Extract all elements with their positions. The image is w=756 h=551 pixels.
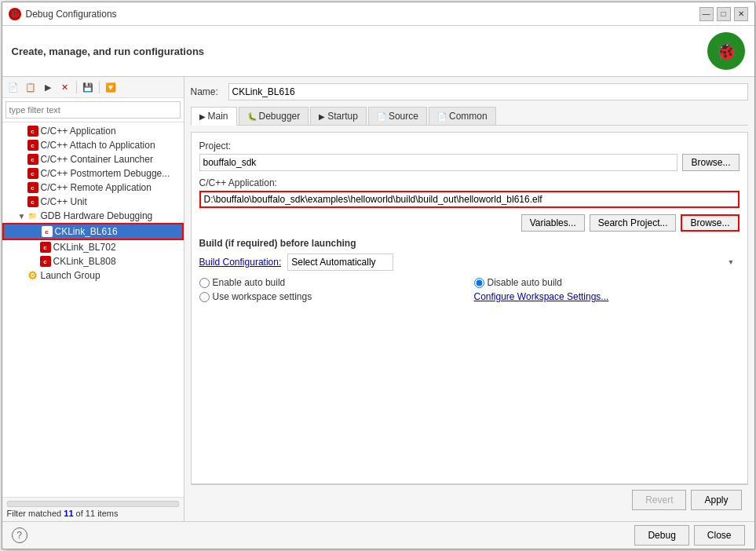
tabs-container: ▶ Main 🐛 Debugger ▶ Startup 📄 Source 📄 [191, 107, 748, 126]
left-footer: Filter matched 11 of 11 items [2, 497, 184, 521]
tab-common[interactable]: 📄 Common [429, 107, 496, 125]
run-config-button[interactable]: ▶ [40, 79, 56, 95]
apply-button[interactable]: Apply [691, 490, 741, 510]
help-icon[interactable]: ? [12, 527, 27, 543]
new-config-button[interactable]: 📄 [5, 79, 21, 95]
cklink-bl702-icon: c [40, 242, 51, 253]
filter-input[interactable] [5, 101, 181, 119]
name-row: Name: [191, 83, 748, 100]
config-area: Project: Browse... C/C++ Application: Va… [191, 132, 748, 484]
cklink-bl808-icon: c [40, 256, 51, 267]
maximize-button[interactable]: □ [717, 7, 731, 21]
tree-item-cklink-bl616[interactable]: c CKLink_BL616 [2, 223, 184, 240]
filter-status: Filter matched 11 of 11 items [7, 509, 179, 518]
launch-group-icon: ⚙ [27, 270, 38, 281]
bottom-buttons: Revert Apply [191, 484, 748, 515]
subtitle-text: Create, manage, and run configurations [12, 46, 205, 57]
minimize-button[interactable]: — [699, 7, 714, 21]
toolbar-separator-1 [76, 81, 77, 93]
cklink-bl616-icon: c [42, 226, 53, 237]
build-section-title: Build (if required) before launching [199, 238, 740, 249]
variables-button[interactable]: Variables... [521, 214, 585, 232]
tree-item-cpp-attach[interactable]: c C/C++ Attach to Application [2, 138, 184, 152]
main-tab-icon: ▶ [199, 112, 206, 121]
project-input[interactable] [199, 154, 678, 171]
debug-button[interactable]: Debug [634, 525, 688, 546]
source-tab-icon: 📄 [377, 112, 386, 121]
tree-item-cpp-app[interactable]: c C/C++ Application [2, 124, 184, 138]
close-window-button[interactable]: ✕ [734, 7, 748, 21]
filter-button[interactable]: 🔽 [103, 79, 119, 95]
build-config-label[interactable]: Build Configuration: [199, 257, 282, 268]
app-browse-button[interactable]: Browse... [681, 214, 739, 232]
configure-workspace-link[interactable]: Configure Workspace Settings... [474, 291, 740, 302]
duplicate-config-button[interactable]: 📋 [23, 79, 38, 95]
project-browse-button[interactable]: Browse... [682, 154, 739, 171]
filter-total: 11 [86, 509, 95, 518]
tree-item-launch-group[interactable]: ⚙ Launch Group [2, 268, 184, 283]
bug-icon: 🐞 [707, 32, 745, 70]
app-label: C/C++ Application: [199, 177, 740, 188]
title-bar: 🐞 Debug Configurations — □ ✕ [2, 2, 754, 26]
project-field-row: Project: Browse... [199, 140, 740, 171]
disable-auto-build-radio[interactable]: Disable auto build [474, 277, 740, 288]
filter-count: 11 [64, 509, 73, 518]
build-config-row: Build Configuration: Select Automaticall… [199, 254, 740, 271]
cpp-remote-icon: c [27, 182, 38, 193]
app-path-input[interactable] [199, 191, 740, 208]
delete-config-button[interactable]: ✕ [57, 79, 73, 95]
tree-list: c C/C++ Application c C/C++ Attach to Ap… [2, 122, 184, 497]
project-label: Project: [199, 140, 740, 151]
cpp-app-icon: c [27, 126, 38, 137]
build-config-select[interactable]: Select Automatically Debug Release [287, 254, 393, 271]
tree-item-gdb-hardware[interactable]: ▼ 📁 GDB Hardware Debugging [2, 209, 184, 223]
tab-startup[interactable]: ▶ Startup [310, 107, 367, 125]
cpp-container-icon: c [27, 154, 38, 165]
toolbar-separator-2 [99, 81, 100, 93]
right-panel: Name: ▶ Main 🐛 Debugger ▶ Startup � [184, 77, 754, 521]
title-bar-left: 🐞 Debug Configurations [9, 8, 117, 20]
name-input[interactable] [228, 83, 748, 100]
tree-item-cklink-bl808[interactable]: c CKLink_BL808 [2, 254, 184, 268]
tab-source[interactable]: 📄 Source [368, 107, 427, 125]
window-title: Debug Configurations [26, 9, 117, 20]
title-controls: — □ ✕ [699, 7, 748, 21]
gdb-hardware-icon: 📁 [27, 210, 38, 221]
tab-debugger[interactable]: 🐛 Debugger [239, 107, 309, 125]
radio-group: Enable auto build Disable auto build Use… [199, 277, 740, 302]
app-field-row: C/C++ Application: [199, 177, 740, 208]
close-button[interactable]: Close [694, 525, 745, 546]
window-footer: ? Debug Close [2, 521, 754, 549]
name-label: Name: [191, 86, 222, 97]
variables-row: Variables... Search Project... Browse... [199, 214, 740, 232]
tree-item-cpp-remote[interactable]: c C/C++ Remote Application [2, 181, 184, 195]
debugger-tab-icon: 🐛 [247, 112, 257, 121]
common-tab-icon: 📄 [437, 112, 447, 121]
window-icon: 🐞 [9, 8, 21, 20]
tab-main[interactable]: ▶ Main [191, 107, 237, 126]
debug-configurations-window: 🐞 Debug Configurations — □ ✕ Create, man… [2, 2, 755, 549]
tree-item-cpp-container[interactable]: c C/C++ Container Launcher [2, 152, 184, 166]
subtitle-bar: Create, manage, and run configurations 🐞 [2, 26, 754, 77]
footer-buttons: Debug Close [634, 525, 744, 546]
use-workspace-radio[interactable]: Use workspace settings [199, 291, 465, 302]
tree-item-cpp-unit[interactable]: c C/C++ Unit [2, 195, 184, 209]
horizontal-scrollbar[interactable] [7, 501, 179, 507]
revert-button[interactable]: Revert [632, 490, 686, 510]
cpp-unit-icon: c [27, 196, 38, 207]
main-content: 📄 📋 ▶ ✕ 💾 🔽 c C/C++ Application [2, 77, 754, 521]
left-toolbar: 📄 📋 ▶ ✕ 💾 🔽 [2, 77, 184, 98]
tree-item-cklink-bl702[interactable]: c CKLink_BL702 [2, 240, 184, 254]
tree-item-cpp-postmortem[interactable]: c C/C++ Postmortem Debugge... [2, 166, 184, 181]
startup-tab-icon: ▶ [319, 112, 325, 121]
cpp-attach-icon: c [27, 140, 38, 151]
left-panel: 📄 📋 ▶ ✕ 💾 🔽 c C/C++ Application [2, 77, 184, 521]
search-project-button[interactable]: Search Project... [590, 214, 677, 232]
cpp-postmortem-icon: c [27, 168, 38, 179]
filter-input-container [2, 98, 184, 122]
enable-auto-build-radio[interactable]: Enable auto build [199, 277, 465, 288]
save-config-button[interactable]: 💾 [80, 79, 96, 95]
